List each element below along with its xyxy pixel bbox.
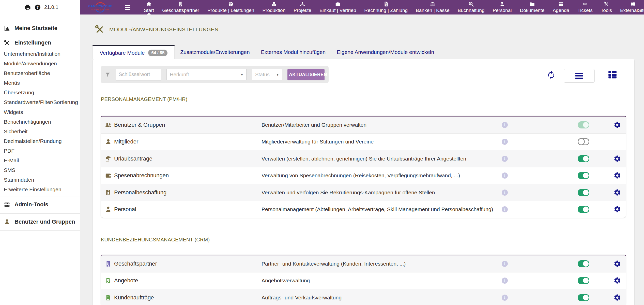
sidebar-item-startseite[interactable]: Meine Startseite <box>0 21 80 35</box>
print-icon[interactable] <box>24 4 31 11</box>
sidebar-subitem--bersetzung[interactable]: Übersetzung <box>4 88 80 97</box>
globe-icon <box>630 1 636 7</box>
tab-eigene-anwendungen-module-entwickeln[interactable]: Eigene Anwendungen/Module entwickeln <box>331 45 440 59</box>
sidebar-subitem-widgets[interactable]: Widgets <box>4 107 80 117</box>
module-settings-icon <box>95 24 105 35</box>
gear-icon[interactable] <box>614 277 621 284</box>
gear-icon[interactable] <box>614 172 621 179</box>
help-icon[interactable]: ? <box>34 4 41 11</box>
info-icon[interactable]: i <box>502 295 508 301</box>
nav-item-label: Projekte <box>294 8 311 13</box>
status-select[interactable]: Status ▼ <box>252 69 282 80</box>
module-toggle[interactable] <box>578 189 589 196</box>
sidebar-item-benutzer-gruppen[interactable]: Benutzer und Gruppen <box>0 214 80 230</box>
nav-item-produktion[interactable]: Produktion <box>262 0 286 14</box>
module-toggle[interactable] <box>578 206 589 213</box>
sidebar-subitem-e-mail[interactable]: E-Mail <box>4 156 80 165</box>
sidebar-subitem-benutzeroberfl-che[interactable]: Benutzeroberfläche <box>4 68 80 78</box>
update-button[interactable]: AKTUALISIEREN <box>287 69 325 80</box>
tab-verf-gbare-module[interactable]: Verfügbare Module64 / 85 <box>93 45 175 59</box>
nav-item-gesch-ftspartner[interactable]: Geschäftspartner <box>162 0 200 14</box>
sidebar-subitem-stammdaten[interactable]: Stammdaten <box>4 175 80 185</box>
nav-item-banken-kasse[interactable]: Banken | Kasse <box>416 0 450 14</box>
search-dollar-icon: $ <box>468 1 474 7</box>
module-row-mitglieder: MitgliederMitgliederverwaltung für Stift… <box>101 134 626 151</box>
info-icon[interactable]: i <box>502 172 508 179</box>
sidebar-subitem-benachrichtigungen[interactable]: Benachrichtigungen <box>4 117 80 127</box>
umbrella-icon <box>105 155 112 162</box>
module-name: Personalbeschaffung <box>114 189 166 196</box>
sidebar-subitem-unternehmen-institution[interactable]: Unternehmen/Institution <box>4 49 80 59</box>
nav-item-produkte-leistungen[interactable]: Produkte | Leistungen <box>207 0 255 14</box>
hamburger-menu-icon[interactable] <box>120 0 135 14</box>
cube-icon <box>228 1 234 7</box>
nav-item-externalsite[interactable]: ExternalSite <box>620 0 644 14</box>
tab-zusatzmodule-erweiterungen[interactable]: Zusatzmodule/Erweiterungen <box>175 45 255 59</box>
brand-subtext: NO GAMES, ADVENTURES <box>91 8 109 10</box>
gear-icon[interactable] <box>614 121 621 129</box>
gear-icon[interactable] <box>614 206 621 213</box>
nav-item-start[interactable]: Start <box>144 0 154 14</box>
info-icon[interactable]: i <box>502 278 508 284</box>
info-icon[interactable]: i <box>502 206 508 212</box>
module-description: Verwaltung von Spesenabrechnungen (Reise… <box>262 172 460 179</box>
users-icon <box>105 122 112 128</box>
gear-icon[interactable] <box>614 189 621 196</box>
nav-item-projekte[interactable]: Projekte <box>293 0 312 14</box>
module-toggle[interactable] <box>578 121 589 128</box>
chevron-down-icon: ▼ <box>240 72 244 77</box>
info-icon[interactable]: i <box>502 156 508 162</box>
module-name: Spesenabrechnungen <box>114 172 169 179</box>
nav-item-einkauf-vertrieb[interactable]: Einkauf | Vertrieb <box>319 0 356 14</box>
module-toggle[interactable] <box>578 277 589 284</box>
info-icon[interactable]: i <box>502 190 508 196</box>
herkunft-select[interactable]: Herkunft ▼ <box>166 69 247 80</box>
grid-view-button[interactable] <box>608 70 617 80</box>
gear-icon[interactable] <box>614 155 621 163</box>
nav-item-buchhaltung[interactable]: $Buchhaltung <box>457 0 485 14</box>
module-toggle[interactable] <box>578 260 589 267</box>
sidebar-subitem-pdf[interactable]: PDF <box>4 146 80 156</box>
sidebar-subitem-sms[interactable]: SMS <box>4 165 80 175</box>
nav-item-rechnung-zahlung[interactable]: $Rechnung | Zahlung <box>364 0 408 14</box>
module-toggle[interactable] <box>578 294 589 301</box>
tools-icon <box>4 40 10 46</box>
module-toggle[interactable] <box>578 172 589 179</box>
brand-text: GAMERS-ZONE <box>88 5 112 8</box>
sidebar-subitem-men-s[interactable]: Menüs <box>4 78 80 88</box>
module-toggle[interactable] <box>578 155 589 162</box>
info-icon[interactable]: i <box>502 122 508 128</box>
sidebar-subitem-erweiterte-einstellungen[interactable]: Erweiterte Einstellungen <box>4 185 80 194</box>
application-window: ? 21.0.1 GAMERS-ZONE NO GAMES, ADVENTURE… <box>0 0 644 305</box>
module-toggle[interactable] <box>578 138 589 145</box>
module-row-kundenauftr-ge: KundenaufträgeAuftrags- und Verkaufsverw… <box>101 289 626 305</box>
sidebar-subitem-sicherheit[interactable]: Sicherheit <box>4 127 80 136</box>
sidebar-item-einstellungen[interactable]: Einstellungen <box>0 36 80 49</box>
gear-icon[interactable] <box>614 260 621 268</box>
gear-icon[interactable] <box>614 294 621 301</box>
nav-item-personal[interactable]: Personal <box>492 0 512 14</box>
info-icon[interactable]: i <box>502 139 508 145</box>
nav-item-label: Personal <box>493 8 512 13</box>
tab-externes-modul-hinzuf-gen[interactable]: Externes Modul hinzufügen <box>255 45 331 59</box>
nav-item-tickets[interactable]: Tickets <box>577 0 593 14</box>
refresh-icon[interactable] <box>547 70 556 80</box>
nav-item-tools[interactable]: Tools <box>601 0 612 14</box>
module-name: Personal <box>114 206 136 213</box>
sidebar-subitem-dezimalstellen-rundung[interactable]: Dezimalstellen/Rundung <box>4 136 80 146</box>
info-icon[interactable]: i <box>502 261 508 267</box>
list-view-button[interactable] <box>564 69 595 83</box>
sidebar-subitem-module-anwendungen[interactable]: Module/Anwendungen <box>4 59 80 68</box>
sidebar-subitem-standardwerte-filter-sortierung[interactable]: Standardwerte/Filter/Sortierung <box>4 97 80 107</box>
nav-item-label: Tickets <box>577 8 592 13</box>
brand-logo[interactable]: GAMERS-ZONE NO GAMES, ADVENTURES <box>80 0 120 14</box>
sidebar-item-admin-tools[interactable]: Admin-Tools <box>0 196 80 213</box>
keyword-input[interactable] <box>116 69 161 80</box>
nav-item-dokumente[interactable]: Dokumente <box>519 0 545 14</box>
module-table: Benutzer & GruppenBenutzer/Mitarbeiter u… <box>101 116 626 218</box>
module-table: GeschäftspartnerPartner- und Kontaktever… <box>101 255 626 305</box>
nav-item-agenda[interactable]: Agenda <box>553 0 570 14</box>
filter-bar: Herkunft ▼ Status ▼ AKTUALISIEREN <box>101 66 329 83</box>
sidebar-item-label: Einstellungen <box>14 39 51 46</box>
nav-item-label: Agenda <box>553 8 570 13</box>
